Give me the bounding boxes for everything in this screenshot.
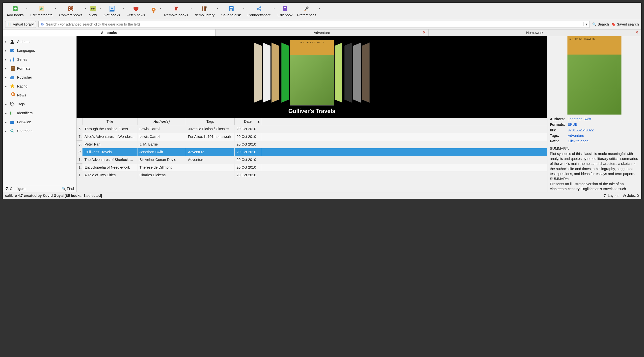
find-button[interactable]: 🔍 Find [62, 187, 74, 191]
col-header-author[interactable]: Author(s) [138, 118, 186, 125]
browser-item-searches[interactable]: ▸Searches [3, 126, 76, 135]
remove-button[interactable]: Remove books [163, 4, 190, 18]
browser-item-news[interactable]: NNews [3, 91, 76, 100]
meta-ids-link[interactable]: 9781562549022 [568, 128, 594, 133]
edit-book-button[interactable]: Edit book [276, 4, 294, 18]
details-cover[interactable]: GULLIVER'S TRAVELS [548, 36, 641, 115]
cover-flow-item[interactable] [272, 42, 280, 103]
cover-flow-item[interactable] [282, 42, 289, 103]
expand-arrow-icon[interactable]: ▸ [5, 85, 8, 88]
browser-item-authors[interactable]: ▸Authors [3, 37, 76, 46]
table-row[interactable]: 9Gulliver's TravelsJonathan SwiftAdventu… [76, 148, 547, 156]
virtual-library-button[interactable]: Virtual library [5, 21, 36, 28]
expand-arrow-icon[interactable]: ▸ [5, 112, 8, 115]
col-header-tags[interactable]: Tags [186, 118, 234, 125]
library-button[interactable]: demo library [193, 4, 216, 18]
browser-item-foralice[interactable]: ▸For Alice [3, 118, 76, 126]
cover-flow-item[interactable] [263, 42, 271, 103]
table-row[interactable]: 10The Adventures of Sherlock H…Sir Arthu… [76, 156, 547, 164]
cell-tags [186, 164, 234, 171]
cover-flow-item[interactable] [335, 42, 342, 103]
get-dropdown-arrow[interactable]: ▾ [122, 7, 124, 15]
svg-rect-23 [284, 7, 286, 8]
toolbar-label: Add books [7, 13, 24, 17]
plus-icon [11, 5, 19, 13]
browser-item-tags[interactable]: ▸Tags [3, 100, 76, 109]
convert-button[interactable]: Convert books [58, 4, 84, 18]
col-header-title[interactable]: Title [82, 118, 138, 125]
browser-item-identifiers[interactable]: ▸Identifiers [3, 109, 76, 118]
fetch-news-n-dropdown-arrow[interactable]: ▾ [160, 7, 161, 15]
cover-flow-item[interactable] [353, 42, 361, 103]
prefs-dropdown-arrow[interactable]: ▾ [319, 7, 320, 15]
add-dropdown-arrow[interactable]: ▾ [26, 7, 28, 15]
browser-item-publisher[interactable]: ▸Publisher [3, 73, 76, 82]
prefs-button[interactable]: Preferences [296, 4, 318, 18]
expand-arrow-icon[interactable]: ▸ [5, 76, 8, 79]
table-row[interactable]: 8Peter PanJ. M. Barrie20 Oct 2010 [76, 141, 547, 148]
fetch-news-n-button[interactable]: N [148, 6, 159, 16]
remove-dropdown-arrow[interactable]: ▾ [190, 7, 192, 15]
expand-arrow-icon[interactable]: ▸ [5, 49, 8, 52]
expand-arrow-icon[interactable]: ▸ [5, 67, 8, 70]
cover-flow-item[interactable] [362, 42, 370, 103]
meta-formats-link[interactable]: EPUB [568, 122, 578, 127]
browser-item-rating[interactable]: ▸Rating [3, 82, 76, 91]
add-button[interactable]: Add books [5, 4, 25, 18]
convert-dropdown-arrow[interactable]: ▾ [85, 7, 86, 15]
edit-metadata-dropdown-arrow[interactable]: ▾ [55, 7, 56, 15]
tab-hw[interactable]: Homework✕ [428, 30, 641, 36]
table-row[interactable]: 11Encyclopedia of NeedleworkTherese de D… [76, 164, 547, 171]
search-options-gear-icon[interactable]: ⚙ [39, 22, 46, 26]
table-row[interactable]: 12A Tale of Two CitiesCharles Dickens20 … [76, 171, 547, 179]
meta-authors-link[interactable]: Jonathan Swift [568, 117, 591, 122]
expand-arrow-icon[interactable]: ▸ [5, 103, 8, 106]
tab-adv[interactable]: Adventure✕ [216, 30, 428, 36]
jobs-button[interactable]: ◔Jobs: 0 [623, 194, 639, 198]
table-row[interactable]: 7Alice's Adventures in Wonderl…Lewis Car… [76, 133, 547, 141]
connect-dropdown-arrow[interactable]: ▾ [274, 7, 275, 15]
cover-flow-center[interactable]: GULLIVER'S TRAVELS [290, 40, 334, 106]
tab-all[interactable]: All books [3, 30, 216, 36]
center-pane: GULLIVER'S TRAVELS Gulliver's Travels Ti… [76, 36, 547, 192]
table-row[interactable]: 6Through the Looking-GlassLewis CarrollJ… [76, 125, 547, 133]
col-header-date[interactable]: Date ▴ [234, 118, 261, 125]
col-header-num[interactable] [76, 118, 82, 125]
edit-metadata-button[interactable]: Edit metadata [29, 4, 54, 18]
tab-close-icon[interactable]: ✕ [635, 31, 638, 35]
search-input[interactable] [46, 21, 583, 27]
expand-arrow-icon[interactable]: ▸ [5, 58, 8, 61]
get-button[interactable]: Get books [102, 4, 122, 18]
cell-author: Lewis Carroll [138, 125, 186, 133]
view-dropdown-arrow[interactable]: ▾ [100, 7, 101, 15]
news-icon: N [150, 7, 158, 15]
wrench-icon: 🛠 [603, 194, 607, 198]
save-dropdown-arrow[interactable]: ▾ [243, 7, 244, 15]
cover-flow-viewer[interactable]: GULLIVER'S TRAVELS Gulliver's Travels [76, 36, 547, 118]
search-button[interactable]: 🔍 Search [592, 22, 609, 26]
browser-item-languages[interactable]: ▸文ALanguages [3, 46, 76, 55]
connect-button[interactable]: Connect/share [246, 4, 272, 18]
browser-item-formats[interactable]: ▸Formats [3, 64, 76, 73]
configure-button[interactable]: 🛠 Configure [5, 187, 26, 191]
browser-item-label: Identifiers [17, 111, 33, 115]
tab-close-icon[interactable]: ✕ [422, 31, 426, 35]
cover-flow-item[interactable] [254, 42, 262, 103]
fetch-news-button[interactable]: Fetch news [125, 4, 147, 18]
expand-arrow-icon[interactable]: ▸ [5, 121, 8, 124]
meta-tags-link[interactable]: Adventure [568, 133, 584, 138]
saved-search-button[interactable]: 🔖 Saved search [611, 22, 639, 27]
cell-author: Therese de Dillmont [138, 164, 186, 171]
cover-flow-item[interactable] [344, 42, 352, 103]
save-button[interactable]: Save to disk [220, 4, 242, 18]
layout-button[interactable]: 🛠Layout [603, 194, 619, 198]
library-dropdown-arrow[interactable]: ▾ [217, 7, 218, 15]
browser-item-series[interactable]: ▸Series [3, 55, 76, 64]
expand-arrow-icon[interactable]: ▸ [5, 40, 8, 43]
search-dropdown-arrow[interactable]: ▾ [583, 22, 590, 26]
view-button[interactable]: View [88, 4, 98, 18]
book-list-grid[interactable]: Title Author(s) Tags Date ▴ 6Through the… [76, 118, 547, 192]
convert-icon [67, 5, 75, 13]
meta-path-link[interactable]: Click to open [568, 139, 588, 144]
expand-arrow-icon[interactable]: ▸ [5, 129, 8, 133]
